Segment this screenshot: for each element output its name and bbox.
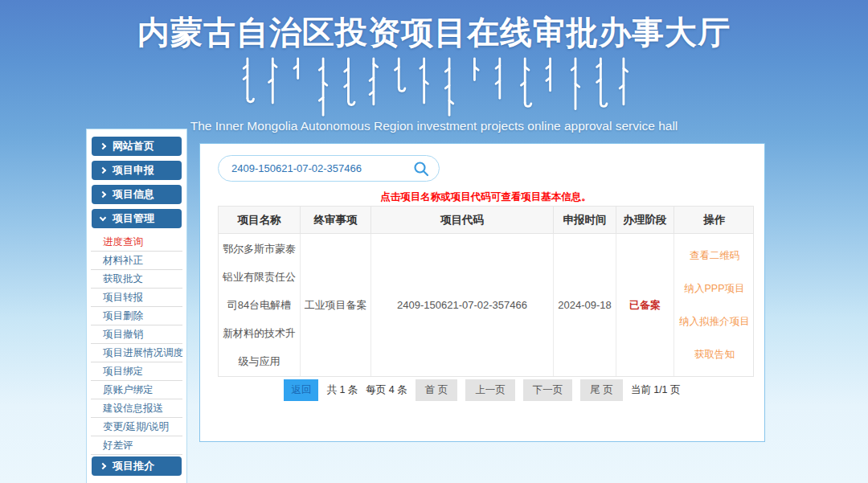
include-ppp-link[interactable]: 纳入PPP项目 (684, 272, 744, 305)
per-page-label: 每页 4 条 (366, 383, 407, 397)
chevron-down-icon (100, 214, 106, 220)
site-header: 内蒙古自治区投资项目在线审批办事大厅 The Inner Mongolia Au… (0, 0, 868, 129)
sidebar-subitem-material-correction[interactable]: 材料补正 (91, 252, 182, 270)
search-box (218, 155, 440, 182)
sidebar-item-project-promotion[interactable]: 项目推介 (92, 456, 182, 476)
sidebar-subitem-get-approval-doc[interactable]: 获取批文 (91, 270, 182, 289)
prev-page-button[interactable]: 上一页 (465, 379, 515, 401)
back-button[interactable]: 返回 (284, 379, 318, 401)
sidebar-item-project-info[interactable]: 项目信息 (92, 185, 182, 204)
col-header-final-review: 终审事项 (301, 207, 371, 233)
sidebar-item-label: 网站首页 (113, 139, 154, 153)
page-title: 内蒙古自治区投资项目在线审批办事大厅 (0, 10, 868, 55)
sidebar-item-project-declare[interactable]: 项目申报 (92, 161, 182, 180)
project-name-link[interactable]: 新材料的技术升 (223, 319, 296, 347)
cell-project-name[interactable]: 鄂尔多斯市蒙泰 铝业有限责任公 司84台电解槽 新材料的技术升 级与应用 (219, 234, 301, 376)
chevron-right-icon (100, 463, 106, 469)
sidebar-subitem-project-revoke[interactable]: 项目撤销 (91, 325, 182, 344)
sidebar-subitem-construction-info-report[interactable]: 建设信息报送 (91, 399, 182, 418)
first-page-button[interactable]: 首 页 (416, 379, 457, 401)
get-notice-link[interactable]: 获取告知 (694, 338, 735, 371)
col-header-project-name: 项目名称 (219, 207, 301, 233)
sidebar-subitem-change-delay-explain[interactable]: 变更/延期/说明 (91, 418, 182, 436)
chevron-right-icon (100, 167, 106, 174)
cell-final-review: 工业项目备案 (301, 234, 371, 376)
col-header-actions: 操作 (674, 207, 755, 233)
mongolian-script-icon (0, 56, 868, 119)
table-row: 鄂尔多斯市蒙泰 铝业有限责任公 司84台电解槽 新材料的技术升 级与应用 工业项… (218, 234, 754, 377)
sidebar-subitem-original-account-bind[interactable]: 原账户绑定 (91, 381, 182, 399)
project-name-link[interactable]: 级与应用 (239, 347, 280, 375)
cell-actions: 查看二维码 纳入PPP项目 纳入拟推介项目 获取告知 (674, 234, 755, 376)
chevron-right-icon (100, 191, 106, 198)
sidebar-subitem-project-transfer[interactable]: 项目转报 (91, 289, 182, 307)
next-page-button[interactable]: 下一页 (523, 379, 573, 401)
project-name-link[interactable]: 鄂尔多斯市蒙泰 (223, 235, 296, 263)
sidebar: 网站首页 项目申报 项目信息 项目管理 进度查询 材料补正 获取批文 项目转报 … (86, 129, 187, 483)
status-badge: 已备案 (616, 234, 674, 376)
sidebar-subitem-progress-query[interactable]: 进度查询 (91, 233, 182, 252)
project-name-link[interactable]: 铝业有限责任公 (223, 263, 296, 291)
sidebar-subitem-project-delete[interactable]: 项目删除 (91, 307, 182, 325)
last-page-button[interactable]: 尾 页 (580, 379, 622, 401)
pagination: 返回 共 1 条 每页 4 条 首 页 上一页 下一页 尾 页 当前 1/1 页 (200, 380, 764, 399)
search-input[interactable] (231, 162, 413, 174)
project-name-link[interactable]: 司84台电解槽 (227, 291, 291, 319)
sidebar-subitem-rating[interactable]: 好差评 (91, 436, 182, 455)
sidebar-item-project-management[interactable]: 项目管理 (92, 209, 182, 228)
view-qrcode-link[interactable]: 查看二维码 (690, 239, 740, 272)
cell-declare-date: 2024-09-18 (554, 234, 616, 376)
col-header-project-code: 项目代码 (371, 207, 554, 233)
col-header-declare-date: 申报时间 (554, 207, 616, 233)
sidebar-item-label: 项目推介 (113, 459, 154, 473)
search-icon[interactable] (413, 161, 429, 177)
sidebar-subitem-progress-dispatch[interactable]: 项目进展情况调度 (91, 344, 182, 362)
hint-text: 点击项目名称或项目代码可查看项目基本信息。 (218, 190, 754, 204)
sidebar-item-label: 项目信息 (113, 187, 154, 202)
table-header-row: 项目名称 终审事项 项目代码 申报时间 办理阶段 操作 (218, 206, 754, 234)
sidebar-subitem-project-bind[interactable]: 项目绑定 (91, 362, 182, 381)
cell-project-code[interactable]: 2409-150621-07-02-357466 (371, 234, 554, 376)
include-promotion-link[interactable]: 纳入拟推介项目 (679, 305, 750, 338)
total-count-label: 共 1 条 (326, 383, 358, 397)
sidebar-submenu: 进度查询 材料补正 获取批文 项目转报 项目删除 项目撤销 项目进展情况调度 项… (91, 233, 182, 455)
col-header-stage: 办理阶段 (616, 207, 674, 233)
sidebar-item-label: 项目管理 (113, 211, 154, 226)
sidebar-item-website-home[interactable]: 网站首页 (92, 137, 182, 156)
chevron-right-icon (100, 143, 106, 149)
current-page-label: 当前 1/1 页 (631, 383, 681, 397)
sidebar-item-label: 项目申报 (113, 163, 154, 178)
main-panel: 点击项目名称或项目代码可查看项目基本信息。 项目名称 终审事项 项目代码 申报时… (199, 143, 765, 442)
projects-table: 项目名称 终审事项 项目代码 申报时间 办理阶段 操作 鄂尔多斯市蒙泰 铝业有限… (218, 206, 754, 377)
